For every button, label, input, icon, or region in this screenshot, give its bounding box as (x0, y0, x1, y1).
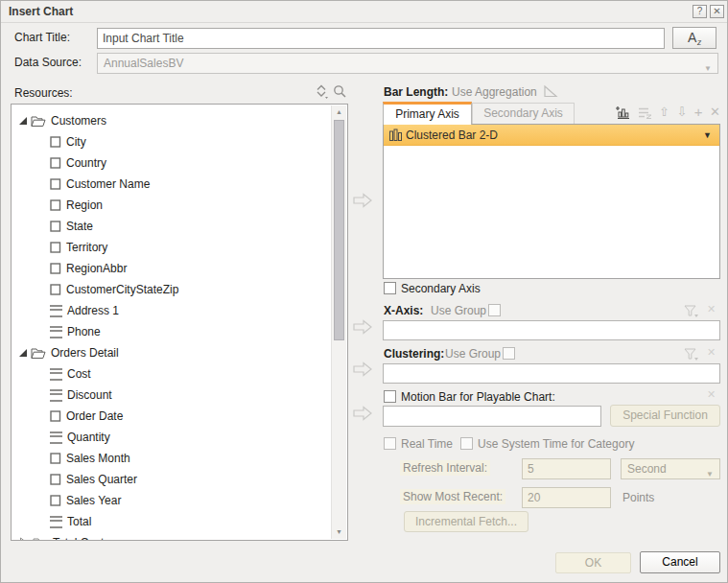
tree-item-label: Phone (67, 325, 101, 338)
field-icon (50, 453, 61, 464)
move-down-icon[interactable]: ⇩ (676, 105, 687, 119)
chevron-down-icon[interactable]: ▼ (703, 130, 712, 140)
tree-item-customers[interactable]: Customers (12, 110, 332, 131)
tree-item-territory[interactable]: Territory (12, 237, 332, 258)
x-axis-use-group-checkbox[interactable] (488, 304, 501, 316)
tree-item-label: Orders Detail (51, 346, 119, 360)
tree-item-sales-year[interactable]: Sales Year (12, 490, 332, 511)
folder-icon (31, 115, 46, 128)
transfer-arrow-icon (352, 405, 373, 422)
secondary-axis-label: Secondary Axis (401, 282, 481, 295)
tree-item-label: Region (66, 198, 103, 212)
special-function-button[interactable]: Special Function (610, 405, 720, 427)
clustering-input[interactable] (383, 363, 720, 384)
transfer-arrow-icon (352, 361, 373, 378)
ok-button[interactable]: OK (555, 552, 631, 573)
chart-title-label: Chart Title: (14, 31, 70, 44)
tree-item-order-date[interactable]: Order Date (12, 406, 332, 427)
tree-item-label: State (66, 220, 93, 233)
help-icon[interactable]: ? (693, 5, 707, 18)
clear-icon: ✕ (707, 303, 716, 315)
filter-icon (684, 348, 699, 361)
dialog-titlebar: Insert Chart ? ✕ (1, 1, 727, 23)
x-axis-use-group-label: Use Group (431, 304, 486, 317)
tree-item-sales-month[interactable]: Sales Month (12, 448, 332, 469)
sort-icon[interactable] (316, 84, 328, 99)
chart-type-selected-row[interactable]: Clustered Bar 2-D ▼ (384, 125, 719, 146)
edit-list-icon[interactable] (638, 106, 652, 119)
scroll-up-icon[interactable]: ▲ (332, 105, 346, 119)
add-icon[interactable]: + (694, 105, 703, 119)
tree-item-quantity[interactable]: Quantity (12, 427, 332, 448)
field-icon (50, 263, 61, 274)
tree-item-label: Sales Year (66, 494, 121, 507)
add-chart-type-icon[interactable] (615, 105, 630, 120)
tree-scrollbar[interactable]: ▲ ▼ (331, 105, 346, 539)
close-icon[interactable]: ✕ (710, 5, 724, 18)
clustering-use-group-label: Use Group (445, 347, 501, 361)
use-aggregation-label: Use Aggregation (452, 85, 537, 99)
field-icon (50, 242, 61, 253)
motion-bar-checkbox[interactable] (384, 390, 396, 403)
tree-item-city[interactable]: City (12, 131, 332, 152)
tree-item-country[interactable]: Country (12, 152, 332, 174)
tree-item-discount[interactable]: Discount (12, 385, 332, 406)
real-time-label: Real Time (401, 437, 453, 451)
font-style-sub: z (697, 37, 703, 47)
detail-field-icon (50, 326, 62, 338)
data-source-value: AnnualSalesBV (104, 57, 183, 70)
detail-field-icon (50, 368, 62, 381)
field-icon (50, 199, 61, 211)
motion-bar-input[interactable] (383, 406, 601, 427)
move-up-icon[interactable]: ⇧ (659, 105, 669, 119)
tree-item-total[interactable]: Total (12, 511, 332, 532)
cancel-button[interactable]: Cancel (640, 551, 720, 573)
clear-icon: ✕ (707, 346, 716, 359)
refresh-interval-input (522, 458, 611, 479)
clustering-label: Clustering: (384, 347, 444, 361)
use-system-time-label: Use System Time for Category (478, 437, 634, 451)
clustering-use-group-checkbox[interactable] (503, 347, 515, 360)
tree-item-state[interactable]: State (12, 216, 332, 237)
tree-item-label: Customers (51, 114, 106, 128)
tree-item-customer-name[interactable]: Customer Name (12, 174, 332, 195)
refresh-unit-dropdown: Second ▼ (621, 458, 720, 479)
tab-secondary-axis[interactable]: Secondary Axis (472, 103, 575, 124)
real-time-checkbox[interactable] (384, 437, 396, 450)
tree-item-label: Territory (66, 241, 107, 254)
field-icon (50, 474, 61, 485)
tree-item-sales-quarter[interactable]: Sales Quarter (12, 469, 332, 490)
tree-item-region[interactable]: Region (12, 195, 332, 216)
tree-item-cost[interactable]: Cost (12, 363, 332, 385)
bar-length-label: Bar Length: (384, 85, 448, 99)
x-axis-input[interactable] (383, 320, 720, 340)
x-axis-label: X-Axis: (384, 304, 423, 317)
tree-item-customercitystatezip[interactable]: CustomerCityStateZip (12, 279, 332, 300)
remove-icon[interactable]: ✕ (710, 105, 720, 119)
font-style-button[interactable]: Az (672, 27, 716, 49)
chart-type-value: Clustered Bar 2-D (406, 128, 498, 142)
expand-toggle-icon[interactable] (19, 349, 27, 357)
tree-item-label: Cost (67, 367, 91, 381)
tree-item-phone[interactable]: Phone (12, 321, 332, 342)
incremental-fetch-button[interactable]: Incremental Fetch... (404, 511, 528, 532)
refresh-interval-label: Refresh Interval: (400, 460, 490, 476)
field-icon (50, 284, 61, 295)
scroll-down-icon[interactable]: ▼ (332, 525, 346, 539)
tab-primary-axis[interactable]: Primary Axis (383, 102, 472, 125)
tree-item-orders-detail[interactable]: Orders Detail (12, 342, 332, 363)
tree-item-regionabbr[interactable]: RegionAbbr (12, 258, 332, 279)
chart-title-input[interactable] (97, 28, 665, 49)
scrollbar-thumb[interactable] (334, 120, 344, 340)
tree-item-label: Customer Name (66, 177, 150, 191)
tree-item-label: Quantity (67, 431, 110, 444)
tree-item-address-1[interactable]: Address 1 (12, 300, 332, 321)
collapse-toggle-icon[interactable] (19, 537, 29, 541)
tree-item-total-cost[interactable]: Total Cost (12, 532, 332, 541)
use-system-time-checkbox[interactable] (460, 437, 473, 450)
search-icon[interactable] (333, 84, 347, 99)
data-source-combo: AnnualSalesBV ▼ (97, 53, 718, 74)
font-style-letter: A (688, 30, 696, 45)
secondary-axis-checkbox[interactable] (384, 282, 396, 294)
expand-toggle-icon[interactable] (19, 117, 27, 125)
